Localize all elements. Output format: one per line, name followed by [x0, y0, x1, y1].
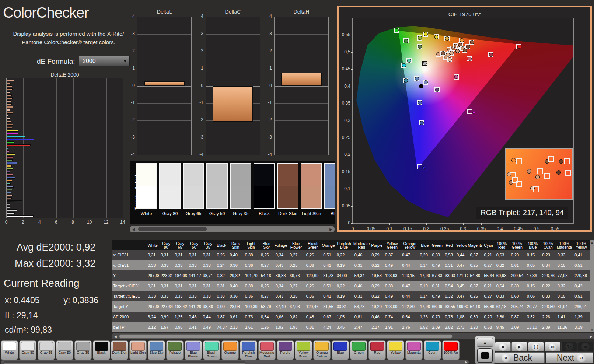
gridline [275, 52, 328, 52]
patch-button-gray-80[interactable]: Gray 80 [19, 340, 36, 360]
patch-button-black[interactable]: Black [93, 340, 110, 360]
compare-swatch-gray-35[interactable] [230, 163, 251, 209]
patch-strip-scrollbar-thumb[interactable] [3, 361, 246, 364]
table-cell: 0,20 [418, 250, 430, 260]
patch-button-magenta[interactable]: Magenta [405, 340, 423, 360]
patch-button-gray-65[interactable]: Gray 65 [38, 340, 55, 360]
inset-target-marker [544, 173, 550, 179]
patch-button-yellow[interactable]: Yellow [387, 340, 404, 360]
compare-swatch-gray-65[interactable] [183, 163, 204, 209]
patch-button-dark-skin[interactable]: Dark Skin [111, 340, 128, 360]
compare-swatch-gray-50[interactable] [206, 163, 228, 209]
y-tick-label: 0,35 [336, 101, 350, 106]
table-hscrollbar-thumb[interactable] [119, 334, 453, 339]
table-cell: 0,33 [495, 291, 510, 301]
patch-button-foliage[interactable]: Foliage [166, 340, 184, 360]
patch-button-yellow-green[interactable]: Yellow Green [295, 340, 312, 360]
table-cell: 0,73 [244, 312, 259, 322]
scroll-right-icon[interactable]: ▶ [588, 334, 594, 339]
patch-color-chip [113, 342, 126, 351]
compare-swatch-dark-skin[interactable] [277, 163, 298, 209]
de-formula-select[interactable]: 2000 ▼ [79, 56, 130, 66]
patch-button-label: Gray 65 [38, 351, 54, 354]
patch-button-blue[interactable]: Blue [332, 340, 349, 360]
y-tick-label: 1 [261, 66, 272, 71]
play-button[interactable]: ▶ [511, 342, 527, 351]
record-button[interactable]: ● [578, 342, 593, 351]
patch-button-light-skin[interactable]: Light Skin [129, 340, 147, 360]
deltae-bar [7, 150, 9, 152]
patch-button-100--re[interactable]: 100% Re [442, 340, 460, 360]
gridline [206, 69, 260, 69]
table-cell: 0,78 [443, 312, 455, 322]
compare-swatch-white[interactable] [136, 163, 157, 209]
y-tick-label: 2 [261, 48, 272, 53]
table-row-3[interactable]: Y287,68223,31184,06141,1798,710,3229,821… [112, 270, 590, 281]
patch-strip-scrollbar[interactable]: ▶ [1, 360, 469, 364]
gridline [137, 138, 191, 138]
window-square-icon [481, 352, 489, 359]
back-button[interactable]: « Back [495, 352, 545, 363]
table-row-8[interactable]: dEITP2,121,570,950,410,4974,372,131,611,… [112, 322, 590, 332]
table-cell: 2,86 [495, 312, 510, 322]
gridline [40, 78, 40, 218]
actual-half [231, 164, 251, 186]
table-cell: 0,49 [201, 322, 215, 332]
table-cell: 0,14 [418, 260, 430, 270]
deltae-bar [7, 197, 12, 199]
patch-button-label: Purplish Blue [241, 351, 256, 358]
scroll-left-icon[interactable]: ◀ [130, 227, 136, 232]
table-row-7[interactable]: ΔE 20003,240,991,250,460,441,870,610,730… [112, 312, 590, 322]
compare-scrollbar-thumb[interactable] [138, 227, 207, 232]
scroll-down-icon[interactable]: ▼ [590, 328, 594, 332]
table-cell: 0,29 [370, 281, 384, 291]
patch-color-chip [426, 342, 439, 351]
patch-button-cyan[interactable]: Cyan [424, 340, 441, 360]
stop-button[interactable]: ■ [495, 342, 511, 351]
patch-button-purplish-blue[interactable]: Purplish Blue [240, 340, 257, 360]
patch-button-bluish-green[interactable]: Bluish Green [203, 340, 220, 360]
compare-scrollbar[interactable]: ◀ ▶ [130, 226, 335, 232]
patch-button-moderate-red[interactable]: Moderate Red [258, 340, 276, 360]
refresh-button[interactable]: ↻ [561, 342, 577, 351]
gridline [275, 103, 328, 104]
compare-swatch-blue[interactable] [324, 163, 335, 209]
table-cell: 0,14 [418, 291, 430, 301]
patch-button-orange[interactable]: Orange [221, 340, 239, 360]
table-row-2[interactable]: y: CIE310,330,330,330,330,330,240,360,36… [112, 260, 590, 270]
y-tick-label: 0 [192, 83, 203, 88]
compare-swatch-black[interactable] [254, 163, 275, 209]
patch-button-red[interactable]: Red [368, 340, 386, 360]
column-header-blue-flower: Blue Flower [288, 241, 304, 250]
compare-swatch-gray-80[interactable] [159, 163, 181, 209]
expand-up-button[interactable]: ▲ [477, 338, 493, 347]
table-vscrollbar[interactable]: ▲ ▼ [590, 240, 594, 332]
loop-button[interactable]: ∞ [545, 342, 560, 351]
table-row-1[interactable]: x: CIE310,310,310,310,310,310,250,400,38… [112, 250, 590, 260]
table-cell: 33,55 [443, 301, 455, 312]
scroll-up-icon[interactable]: ▲ [590, 241, 594, 244]
patch-button-green[interactable]: Green [350, 340, 367, 360]
table-row-5[interactable]: Target y:CIE310,330,330,330,330,330,330,… [112, 291, 590, 301]
table-row-6[interactable]: Target Y287,68227,64183,42141,2698,360,0… [112, 301, 590, 312]
patch-button-gray-35[interactable]: Gray 35 [74, 340, 92, 360]
next-button[interactable]: Next » [546, 352, 593, 363]
patch-button-gray-50[interactable]: Gray 50 [56, 340, 73, 360]
patch-button-blue-flower[interactable]: Blue Flower [185, 340, 202, 360]
scroll-right-icon[interactable]: ▶ [328, 227, 334, 232]
patch-button-orange-yellow[interactable]: Orange Yellow [313, 340, 331, 360]
pattern-step-button[interactable]: [··] [528, 342, 544, 351]
table-row-4[interactable]: Target x:CIE310,310,310,310,310,310,310,… [112, 281, 590, 291]
pattern-window-button[interactable] [477, 348, 493, 363]
deltae-bar [7, 174, 13, 176]
scroll-left-icon[interactable]: ◀ [113, 334, 118, 339]
deltae-bar [7, 115, 8, 117]
patch-button-white[interactable]: White [1, 340, 18, 360]
scroll-right-icon[interactable]: ▶ [464, 360, 468, 364]
table-hscrollbar[interactable]: ◀ ▶ [112, 333, 594, 339]
compare-swatch-light-skin[interactable] [301, 163, 322, 209]
patch-button-purple[interactable]: Purple [277, 340, 294, 360]
deltae-bar [7, 100, 11, 102]
table-cell: 0,44 [401, 291, 418, 301]
patch-button-blue-sky[interactable]: Blue Sky [148, 340, 165, 360]
